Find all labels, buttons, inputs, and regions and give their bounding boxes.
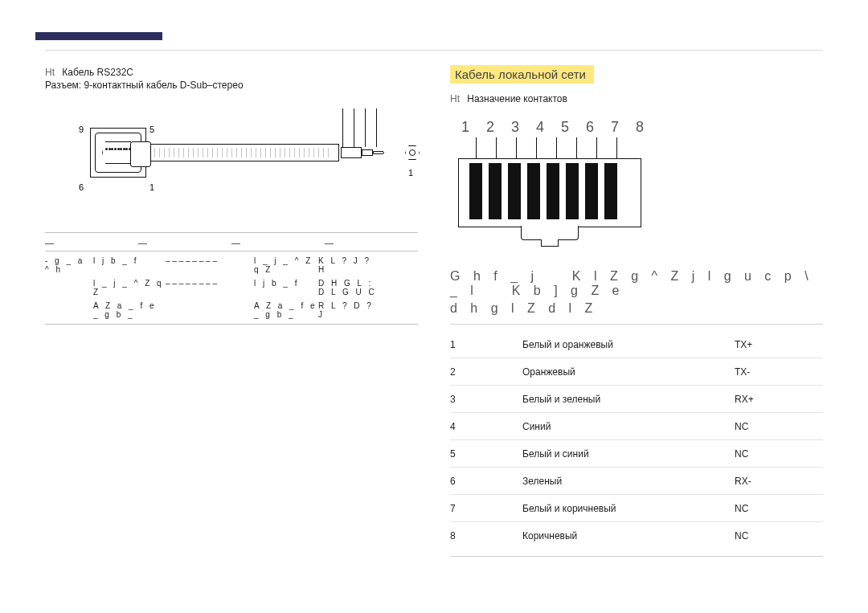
rj45-pin-numbers: 1 2 3 4 5 6 7 8 — [461, 119, 823, 136]
rs-cell: K L ? J ? H — [318, 256, 383, 274]
stereo-jack-icon — [341, 147, 397, 158]
rs-cell — [45, 301, 93, 319]
table-row: 8 Коричневый NC — [450, 522, 823, 550]
rs232-title-line: Ht Кабель RS232C — [45, 67, 418, 78]
rs-row: A Z a _ f e _ g b _ A Z a _ f e _ g b _ … — [45, 301, 418, 319]
rs-bot-line — [45, 324, 418, 325]
pin-color: Оранжевый — [522, 366, 735, 378]
rs-h4: — — [325, 238, 418, 247]
pin-signal: NC — [735, 530, 823, 541]
rs232-subtitle: Разъем: 9-контактный кабель D-Sub–стерео — [45, 80, 418, 91]
pin-number: 8 — [450, 530, 522, 541]
pin-number: 7 — [450, 503, 522, 514]
rs-h2: — — [138, 238, 231, 247]
db9-pin-5: 5 — [149, 125, 154, 134]
pin-number: 4 — [450, 421, 522, 432]
lan-bullet-line: Ht Назначение контактов — [450, 93, 823, 104]
top-rule — [45, 50, 823, 51]
rs-cell: l j b _ f — [254, 279, 318, 296]
rs-cell — [166, 301, 254, 319]
pin-table-bottom-rule — [450, 556, 823, 557]
rs-table-header: — — — — — [45, 238, 418, 247]
rs-cell: – – – – – – – – — [166, 256, 254, 274]
bullet-glyph: Ht — [45, 67, 55, 78]
pin-signal: TX+ — [735, 339, 823, 350]
rs232-diagram: 9 5 6 1 1 — [45, 104, 418, 224]
hex-nut-icon — [405, 145, 420, 160]
table-row: 3 Белый и зеленый RX+ — [450, 386, 823, 413]
hd-col3: K b ] g Z e — [512, 284, 624, 297]
pin-number: 3 — [450, 394, 522, 405]
pin-table-head-line1: G h f _ j K l Z g ^ Z j l g u c p \ _ l … — [450, 269, 823, 298]
rs-table-body: - g _ a ^ h l j b _ f – – – – – – – – l … — [45, 256, 418, 319]
db9-pin-6: 6 — [79, 182, 84, 192]
table-row: 2 Оранжевый TX- — [450, 358, 823, 386]
rj45-diagram: 1 2 3 4 5 6 7 8 — [458, 119, 823, 250]
rs-top-line — [45, 232, 418, 233]
pin-assignment-table: 1 Белый и оранжевый TX+ 2 Оранжевый TX- … — [450, 331, 823, 550]
rs-cell: A Z a _ f e _ g b _ — [93, 301, 166, 319]
pin-signal: NC — [735, 421, 823, 432]
rs-cell: D H G L : D L G U C — [318, 279, 383, 296]
table-row: 7 Белый и коричневый NC — [450, 495, 823, 522]
rs-cell: R L ? D ? J — [318, 301, 383, 319]
rs-h3: — — [231, 238, 325, 247]
db9-pin-9: 9 — [79, 125, 84, 134]
pin-signal: NC — [735, 448, 823, 460]
pin-table-head-line2: d h g l Z d l Z — [450, 301, 823, 316]
rj45-connector-icon — [458, 137, 651, 250]
pin-number: 2 — [450, 366, 522, 378]
pin-color: Белый и зеленый — [522, 394, 735, 405]
rs232-title: Кабель RS232C — [62, 67, 133, 78]
rs-cell: l _ j _ ^ Z q Z — [93, 279, 166, 296]
columns: Ht Кабель RS232C Разъем: 9-контактный ка… — [45, 65, 823, 563]
pin-color: Белый и синий — [522, 448, 735, 460]
bullet-glyph: Ht — [450, 93, 460, 104]
table-row: 4 Синий NC — [450, 413, 823, 440]
hd-col1: G h f _ j — [450, 269, 538, 283]
pin-signal: RX+ — [735, 394, 823, 405]
db9-pin-1a: 1 — [149, 182, 154, 192]
rs-cell: l _ j _ ^ Z q Z — [254, 256, 318, 274]
pin-color: Синий — [522, 421, 735, 432]
pin-table-top-rule — [450, 324, 823, 325]
pin-color: Белый и оранжевый — [522, 339, 735, 350]
rs-h1: — — [45, 238, 138, 247]
rs-mid-line — [45, 251, 418, 251]
rs-row: l _ j _ ^ Z q Z – – – – – – – – l j b _ … — [45, 279, 418, 296]
header-bar — [35, 32, 162, 40]
lan-bullet-text: Назначение контактов — [467, 93, 567, 104]
page: Ht Кабель RS232C Разъем: 9-контактный ка… — [0, 0, 868, 563]
rs-cell: - g _ a ^ h — [45, 256, 93, 274]
jack-pin-1: 1 — [408, 168, 413, 178]
pin-signal: TX- — [735, 366, 823, 378]
pin-signal: NC — [735, 503, 823, 514]
pin-color: Белый и коричневый — [522, 503, 735, 514]
rs-cell: l j b _ f — [93, 256, 166, 274]
table-row: 6 Зеленый RX- — [450, 468, 823, 495]
cable-body-icon — [146, 144, 339, 161]
table-row: 1 Белый и оранжевый TX+ — [450, 331, 823, 358]
rs-cell: – – – – – – – – — [166, 279, 254, 296]
rs-cell — [45, 279, 93, 296]
right-column: Кабель локальной сети Ht Назначение конт… — [450, 65, 823, 563]
lan-cable-heading: Кабель локальной сети — [450, 65, 594, 84]
pin-number: 5 — [450, 448, 522, 460]
rs-cell: A Z a _ f e _ g b _ — [254, 301, 318, 319]
pin-number: 6 — [450, 476, 522, 487]
pin-number: 1 — [450, 339, 522, 350]
table-row: 5 Белый и синий NC — [450, 440, 823, 468]
pin-color: Зеленый — [522, 476, 735, 487]
pin-signal: RX- — [735, 476, 823, 487]
pin-color: Коричневый — [522, 530, 735, 541]
jack-leaders-icon — [342, 108, 399, 147]
left-column: Ht Кабель RS232C Разъем: 9-контактный ка… — [45, 65, 418, 563]
rs-row: - g _ a ^ h l j b _ f – – – – – – – – l … — [45, 256, 418, 274]
